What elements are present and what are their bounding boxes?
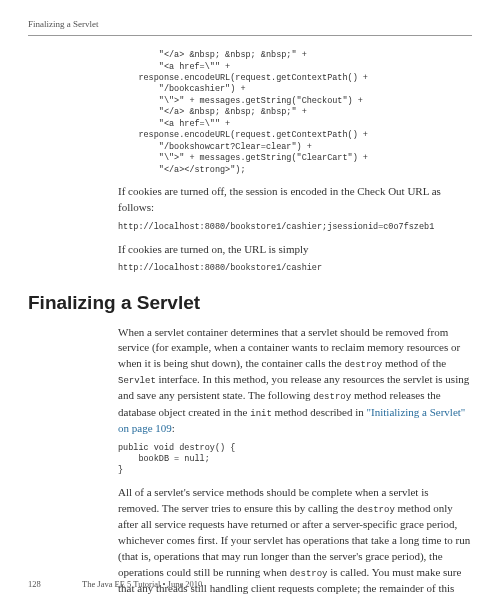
- code-inline: destroy: [357, 505, 395, 515]
- code-inline: destroy: [344, 360, 382, 370]
- code-inline: destroy: [313, 392, 351, 402]
- page-footer: 128 The Java EE 5 Tutorial • June 2010: [28, 578, 472, 590]
- code-destroy: public void destroy() { bookDB = null; }: [118, 443, 472, 477]
- para-cookies-off: If cookies are turned off, the session i…: [118, 184, 472, 216]
- text: method described in: [272, 406, 367, 418]
- section-heading: Finalizing a Servlet: [28, 289, 472, 317]
- code-inline: Servlet: [118, 376, 156, 386]
- running-head: Finalizing a Servlet: [28, 18, 472, 36]
- text: :: [172, 422, 175, 434]
- code-block-encodeurl: "</a> &nbsp; &nbsp; &nbsp;" + "<a href=\…: [118, 50, 472, 176]
- page: Finalizing a Servlet "</a> &nbsp; &nbsp;…: [0, 0, 500, 600]
- code-inline: init: [250, 409, 272, 419]
- para-destroy-intro: When a servlet container determines that…: [118, 325, 472, 437]
- para-cookies-on: If cookies are turned on, the URL is sim…: [118, 242, 472, 258]
- footer-text: The Java EE 5 Tutorial • June 2010: [82, 578, 202, 590]
- code-url-session: http://localhost:8080/bookstore1/cashier…: [118, 222, 472, 233]
- text: method of the: [382, 357, 446, 369]
- page-number: 128: [28, 578, 52, 590]
- code-url-plain: http://localhost:8080/bookstore1/cashier: [118, 263, 472, 274]
